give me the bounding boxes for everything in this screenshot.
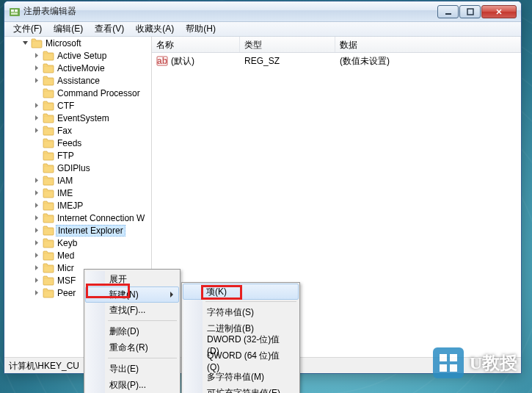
tree-node[interactable]: IMEJP <box>4 199 151 212</box>
value-data: (数值未设置) <box>335 55 521 68</box>
expander-icon[interactable] <box>32 176 41 185</box>
expander-icon[interactable] <box>32 214 41 223</box>
tree-label: Internet Explorer <box>56 225 125 237</box>
expander-icon[interactable] <box>32 264 41 273</box>
folder-icon <box>31 38 43 48</box>
list-header: 名称 类型 数据 <box>152 37 521 53</box>
expander-icon[interactable] <box>32 239 41 248</box>
tree-label: GDIPlus <box>57 163 90 173</box>
menu-item-label: 可扩充字符串值(E) <box>207 387 280 394</box>
folder-icon <box>43 213 54 223</box>
context-menu-item[interactable]: 导出(E) <box>86 361 178 377</box>
expander-icon[interactable] <box>32 289 41 298</box>
tree-label: Peer <box>57 288 76 298</box>
value-type: REG_SZ <box>240 56 335 66</box>
folder-icon <box>43 113 54 123</box>
context-submenu-new: 项(K)字符串值(S)二进制值(B)DWORD (32-位)值(D)QWORD … <box>181 282 300 393</box>
context-menu-item[interactable]: 新建(N) <box>85 286 179 303</box>
context-menu-item[interactable]: 重命名(R) <box>86 339 178 356</box>
svg-rect-0 <box>10 8 20 16</box>
watermark: U教授 <box>433 347 517 378</box>
col-data[interactable]: 数据 <box>335 37 521 52</box>
col-type[interactable]: 类型 <box>240 37 335 52</box>
tree-node[interactable]: Active Setup <box>4 49 151 62</box>
window-controls <box>437 5 517 18</box>
tree-node[interactable]: Keyb <box>4 237 151 249</box>
tree-node[interactable]: EventSystem <box>4 112 151 124</box>
menu-item-label: 查找(F)... <box>109 304 145 317</box>
tree-label: Feeds <box>57 138 81 148</box>
menu-help[interactable]: 帮助(H) <box>180 21 222 37</box>
menu-item-label: 字符串值(S) <box>207 306 254 319</box>
tree-node[interactable]: Internet Connection W <box>4 212 151 224</box>
tree-label: IMEJP <box>57 201 83 211</box>
tree-node[interactable]: Internet Explorer <box>4 224 151 237</box>
context-menu-item[interactable]: 查找(F)... <box>86 302 178 318</box>
tree-node[interactable]: ActiveMovie <box>4 62 151 74</box>
folder-icon <box>43 151 54 161</box>
expander-icon[interactable] <box>32 226 41 235</box>
tree-label: IME <box>57 188 73 198</box>
svg-rect-3 <box>11 12 18 15</box>
folder-icon <box>43 163 54 173</box>
tree-node[interactable]: Command Processor <box>4 87 151 99</box>
expander-icon[interactable] <box>32 114 41 123</box>
context-menu-item[interactable]: 删除(D) <box>86 323 178 339</box>
tree-label: Microsoft <box>45 38 81 48</box>
folder-icon <box>43 250 54 261</box>
status-path: 计算机\HKEY_CU <box>9 361 79 371</box>
submenu-item[interactable]: 项(K) <box>183 284 299 300</box>
expander-icon[interactable] <box>32 126 41 135</box>
string-value-icon: ab <box>156 55 168 67</box>
tree-label: FTP <box>57 151 74 161</box>
tree-node[interactable]: GDIPlus <box>4 162 151 174</box>
menu-view[interactable]: 查看(V) <box>89 21 130 37</box>
menu-file[interactable]: 文件(F) <box>7 21 48 37</box>
tree-node[interactable]: Fax <box>4 124 151 137</box>
expander-icon[interactable] <box>32 51 41 60</box>
submenu-item[interactable]: QWORD (64 位)值(Q) <box>183 353 298 369</box>
window-title: 注册表编辑器 <box>23 5 437 18</box>
folder-icon <box>43 288 54 298</box>
expander-icon[interactable] <box>32 76 41 85</box>
submenu-item[interactable]: 可扩充字符串值(E) <box>183 385 298 393</box>
expander-icon[interactable] <box>32 64 41 73</box>
tree-label: Internet Connection W <box>57 213 145 223</box>
expander-icon[interactable] <box>21 39 29 48</box>
svg-rect-5 <box>467 9 473 15</box>
tree-node[interactable]: IME <box>4 187 151 199</box>
menu-edit[interactable]: 编辑(E) <box>48 21 89 37</box>
context-menu-item[interactable]: 展开 <box>86 271 178 287</box>
folder-icon <box>43 63 54 73</box>
submenu-item[interactable]: 字符串值(S) <box>183 304 298 320</box>
list-row[interactable]: ab (默认) REG_SZ (数值未设置) <box>152 54 521 68</box>
tree-node[interactable]: FTP <box>4 149 151 162</box>
svg-rect-1 <box>11 10 14 12</box>
expander-icon[interactable] <box>32 251 41 260</box>
tree-node[interactable]: IAM <box>4 174 151 187</box>
titlebar[interactable]: 注册表编辑器 <box>4 1 521 22</box>
close-button[interactable] <box>481 5 517 18</box>
tree-node[interactable]: Assistance <box>4 74 151 87</box>
expander-icon[interactable] <box>32 276 41 285</box>
expander-icon[interactable] <box>32 189 41 198</box>
maximize-button[interactable] <box>459 5 481 18</box>
tree-label: Assistance <box>57 76 100 86</box>
folder-icon <box>43 138 54 148</box>
submenu-item[interactable]: 多字符串值(M) <box>183 369 298 385</box>
minimize-button[interactable] <box>437 5 459 18</box>
tree-label: EventSystem <box>57 113 109 123</box>
col-name[interactable]: 名称 <box>152 37 240 52</box>
expander-icon[interactable] <box>32 101 41 110</box>
expander-icon[interactable] <box>32 201 41 210</box>
menu-favorites[interactable]: 收藏夹(A) <box>130 21 180 37</box>
menu-item-label: 重命名(R) <box>109 342 148 354</box>
svg-rect-10 <box>440 364 447 372</box>
value-name: (默认) <box>171 55 194 68</box>
tree-node[interactable]: Feeds <box>4 137 151 149</box>
context-menu-item[interactable]: 权限(P)... <box>86 377 178 393</box>
tree-node[interactable]: CTF <box>4 99 151 112</box>
menu-item-label: 导出(E) <box>109 363 139 375</box>
tree-node-root[interactable]: Microsoft <box>4 37 151 49</box>
tree-node[interactable]: Med <box>4 249 151 262</box>
